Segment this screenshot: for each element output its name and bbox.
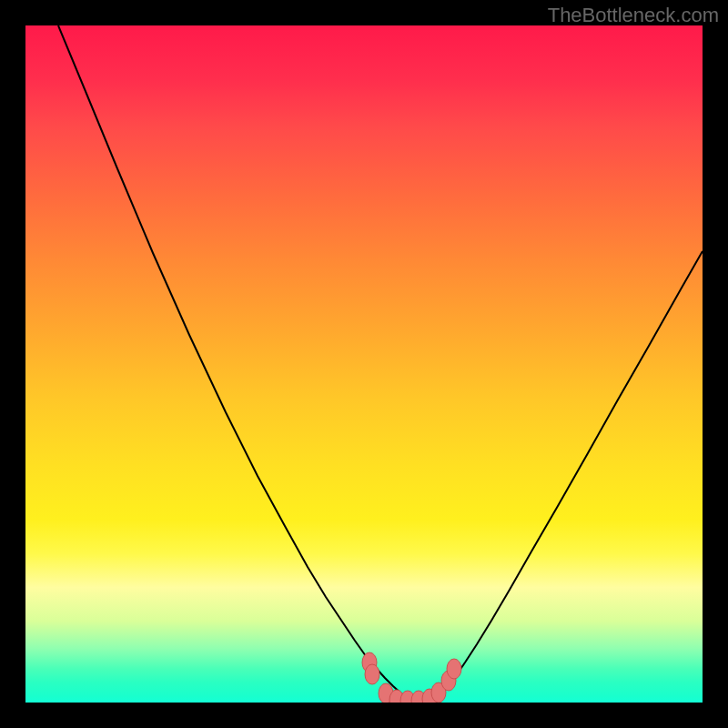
chart-plot-area [25,25,703,703]
watermark-text: TheBottleneck.com [548,4,719,27]
data-marker [365,664,379,684]
chart-svg [25,25,703,703]
bottleneck-curve [58,25,703,701]
curve-markers [362,652,461,703]
data-marker [447,659,461,679]
